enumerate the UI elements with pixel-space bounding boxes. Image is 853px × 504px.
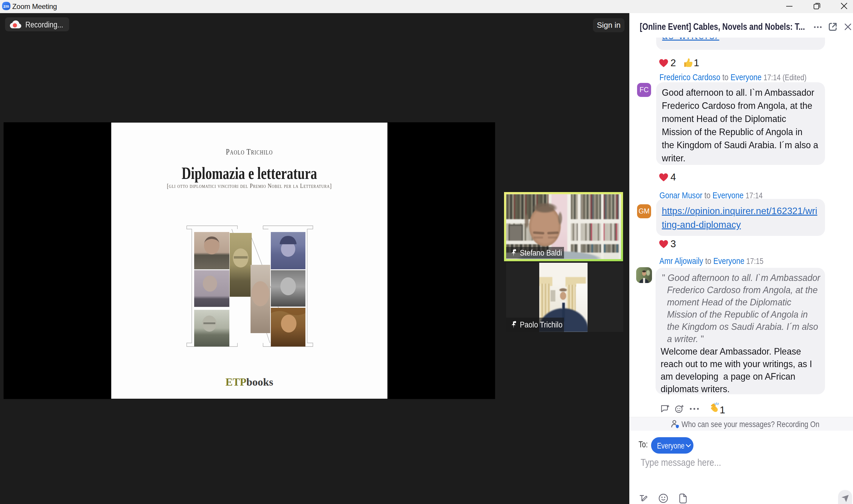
svg-text:zm: zm (3, 4, 9, 8)
